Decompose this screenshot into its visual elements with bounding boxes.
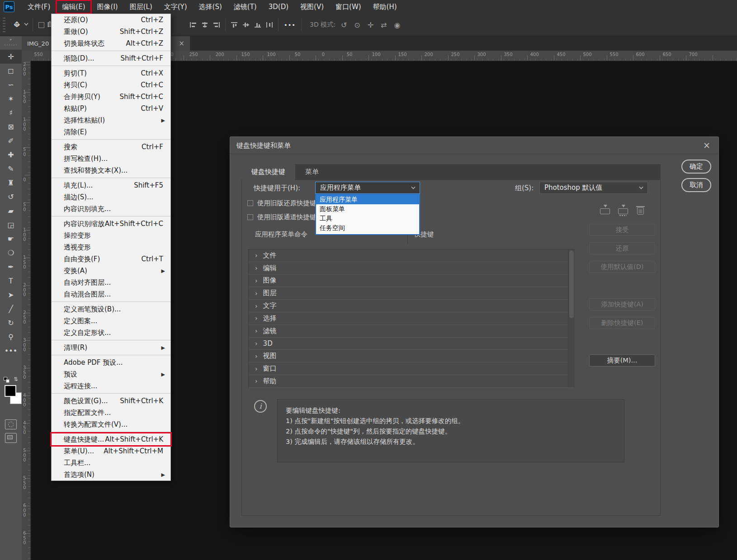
save-set-icon[interactable] — [600, 208, 610, 214]
eraser-tool[interactable]: ▰ — [0, 204, 22, 218]
option-tools[interactable]: 工具 — [316, 214, 419, 223]
edit-adobe-pdf-presets[interactable]: Adobe PDF 预设... — [52, 357, 170, 368]
menu-help[interactable]: 帮助(H) — [367, 0, 403, 14]
orbit-3d-icon[interactable]: ↺ — [341, 21, 347, 29]
slide-3d-icon[interactable]: ⇄ — [381, 21, 387, 29]
zoom-tool[interactable]: ⚲ — [0, 330, 22, 344]
vertical-ruler[interactable]: 2001501005005010015020025030035040045050… — [22, 61, 31, 560]
marquee-tool[interactable]: ◻ — [0, 64, 22, 78]
edit-assign-profile[interactable]: 指定配置文件... — [52, 407, 170, 419]
command-category-row[interactable]: › 窗口 — [249, 362, 574, 375]
option-taskspaces[interactable]: 任务空间 — [316, 223, 419, 233]
edit-stroke[interactable]: 描边(S)... — [52, 191, 170, 203]
shortcuts-for-select[interactable]: 应用程序菜单 — [315, 182, 420, 194]
cancel-button[interactable]: 取消 — [681, 178, 711, 192]
list-scrollbar[interactable] — [568, 249, 575, 387]
edit-cut[interactable]: 剪切(T) Ctrl+X — [52, 67, 170, 79]
dodge-tool[interactable]: ❍ — [0, 246, 22, 260]
edit-content-aware-scale[interactable]: 内容识别缩放 Alt+Shift+Ctrl+C — [52, 218, 170, 230]
move-tool[interactable]: ✛ — [0, 50, 22, 64]
foreground-color-swatch[interactable] — [5, 385, 16, 397]
menu-item[interactable] — [52, 353, 170, 357]
edit-undo[interactable]: 还原(O) Ctrl+Z — [52, 14, 170, 26]
command-category-row[interactable]: › 3D — [249, 338, 574, 350]
command-category-row[interactable]: › 文件 — [249, 249, 574, 262]
align-right-edges-icon[interactable] — [213, 22, 220, 28]
menu-item[interactable] — [52, 339, 170, 342]
menu-layer[interactable]: 图层(L) — [124, 0, 158, 14]
undo-button[interactable]: 还原 — [589, 242, 655, 254]
edit-define-brush-preset[interactable]: 定义画笔预设(B)... — [52, 303, 170, 315]
crop-tool[interactable]: ♯ — [0, 106, 22, 120]
edit-puppet-warp[interactable]: 操控变形 — [52, 230, 170, 241]
active-tool-icon[interactable]: ↔ ↕ — [12, 19, 22, 29]
edit-presets[interactable]: 预设 ▶ — [52, 368, 170, 380]
edit-copy[interactable]: 拷贝(C) Ctrl+C — [52, 79, 170, 91]
edit-fade[interactable]: 渐隐(D)... Shift+Ctrl+F — [52, 52, 170, 64]
align-vertical-centers-icon[interactable] — [243, 22, 249, 28]
history-brush-tool[interactable]: ↺ — [0, 190, 22, 204]
menu-item[interactable] — [52, 430, 170, 433]
edit-convert-to-profile[interactable]: 转换为配置文件(V)... — [52, 419, 170, 430]
collapse-panel-icon[interactable]: » — [0, 36, 22, 42]
magic-wand-tool[interactable]: ✶ — [0, 92, 22, 106]
edit-auto-blend-layers[interactable]: 自动混合图层... — [52, 288, 170, 300]
edit-find-replace[interactable]: 查找和替换文本(X)... — [52, 165, 170, 176]
edit-color-settings[interactable]: 颜色设置(G)... Shift+Ctrl+K — [52, 395, 170, 407]
distribute-horizontal-icon[interactable] — [266, 22, 273, 28]
frame-tool[interactable]: ⊠ — [0, 120, 22, 134]
toolbar-grip-icon[interactable] — [5, 43, 17, 47]
menu-item[interactable] — [52, 64, 170, 67]
menu-edit[interactable]: 编辑(E) — [56, 0, 91, 14]
brush-tool[interactable]: ✎ — [0, 162, 22, 176]
use-default-button[interactable]: 使用默认值(D) — [589, 261, 655, 273]
edit-redo[interactable]: 重做(O) Shift+Ctrl+Z — [52, 26, 170, 38]
eyedropper-tool[interactable]: ✐ — [0, 134, 22, 148]
lasso-tool[interactable]: ∽ — [0, 78, 22, 92]
edit-paste[interactable]: 粘贴(P) Ctrl+V — [52, 103, 170, 114]
align-left-edges-icon[interactable] — [190, 22, 196, 28]
smudge-tool[interactable]: ☛ — [0, 232, 22, 246]
more-options-icon[interactable]: ••• — [284, 22, 296, 28]
edit-purge[interactable]: 清理(R) ▶ — [52, 342, 170, 353]
option-application-menus[interactable]: 应用程序菜单 — [316, 195, 419, 204]
quick-mask-button[interactable] — [5, 419, 17, 429]
tab-close-icon[interactable]: × — [179, 39, 184, 47]
type-tool[interactable]: T — [0, 274, 22, 288]
tab-keyboard-shortcuts[interactable]: 键盘快捷键 — [241, 164, 295, 180]
add-shortcut-button[interactable]: 添加快捷键(A) — [589, 298, 655, 311]
edit-paste-special[interactable]: 选择性粘贴(I) ▶ — [52, 114, 170, 126]
group-select[interactable]: Photoshop 默认值 — [539, 182, 648, 194]
summarize-button[interactable]: 摘要(M)... — [589, 354, 655, 367]
pen-tool[interactable]: ✒ — [0, 260, 22, 274]
more-tools[interactable]: ••• — [0, 344, 22, 358]
close-icon[interactable]: × — [703, 140, 710, 150]
swap-colors-icon[interactable]: ⇅ — [14, 376, 18, 382]
clone-stamp-tool[interactable]: ♜ — [0, 176, 22, 190]
edit-copy-merged[interactable]: 合并拷贝(Y) Shift+Ctrl+C — [52, 91, 170, 103]
edit-preferences[interactable]: 首选项(N) ▶ — [52, 469, 170, 480]
edit-auto-align-layers[interactable]: 自动对齐图层... — [52, 277, 170, 288]
menu-item[interactable] — [52, 392, 170, 395]
pan-3d-icon[interactable]: ✛ — [368, 21, 373, 29]
edit-check-spelling[interactable]: 拼写检查(H)... — [52, 153, 170, 165]
default-colors-icon[interactable] — [4, 377, 10, 383]
delete-set-icon[interactable] — [637, 207, 644, 215]
edit-transform[interactable]: 变换(A) ▶ — [52, 265, 170, 277]
edit-define-pattern[interactable]: 定义图案... — [52, 315, 170, 327]
accept-button[interactable]: 接受 — [589, 224, 655, 236]
menu-item[interactable] — [52, 138, 170, 141]
menu-item[interactable] — [52, 215, 170, 218]
command-category-row[interactable]: › 编辑 — [249, 262, 574, 275]
edit-perspective-warp[interactable]: 透视变形 — [52, 241, 170, 253]
edit-menus[interactable]: 菜单(U)... Alt+Shift+Ctrl+M — [52, 445, 170, 457]
command-category-row[interactable]: › 视图 — [249, 350, 574, 362]
tool-preset-chevron-icon[interactable] — [24, 21, 28, 25]
command-category-row[interactable]: › 滤镜 — [249, 325, 574, 338]
align-horizontal-centers-icon[interactable] — [202, 22, 208, 28]
menu-type[interactable]: 文字(Y) — [158, 0, 193, 14]
edit-toggle-last-state[interactable]: 切换最终状态 Alt+Ctrl+Z — [52, 38, 170, 49]
roll-3d-icon[interactable]: ⊙ — [354, 21, 360, 29]
edit-define-custom-shape[interactable]: 定义自定形状... — [52, 327, 170, 339]
panel-grip-icon[interactable] — [3, 18, 5, 32]
